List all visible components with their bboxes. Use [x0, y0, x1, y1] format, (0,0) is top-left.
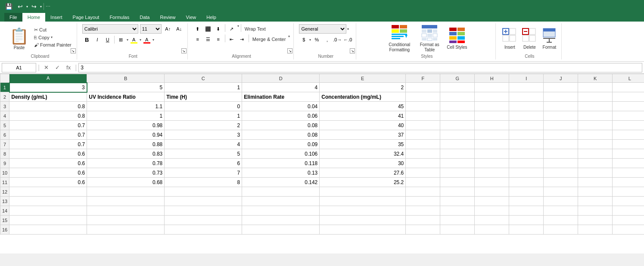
col-header-d[interactable]: D — [242, 74, 320, 83]
cell-b12[interactable] — [87, 187, 165, 197]
cell-f6[interactable] — [406, 130, 440, 140]
col-header-j[interactable]: J — [544, 74, 578, 83]
cell-c3[interactable]: 0 — [165, 102, 242, 111]
cell-reference-box[interactable] — [2, 63, 36, 72]
cell-g13[interactable] — [440, 197, 475, 206]
cell-e10[interactable]: 27.6 — [320, 168, 406, 178]
merge-center-button[interactable]: Merge & Center — [251, 34, 288, 44]
cell-b3[interactable]: 1.1 — [87, 102, 165, 111]
row-header-3[interactable]: 3 — [0, 102, 9, 111]
cell-styles-item[interactable]: Cell Styles — [447, 27, 467, 50]
alignment-expand-button[interactable]: ↘ — [287, 48, 292, 53]
cell-g4[interactable] — [440, 111, 475, 121]
cell-g8[interactable] — [440, 149, 475, 159]
cell-f15[interactable] — [406, 216, 440, 225]
cell-j13[interactable] — [544, 197, 578, 206]
italic-button[interactable]: I — [93, 35, 102, 44]
cell-k12[interactable] — [578, 187, 613, 197]
cell-c5[interactable]: 2 — [165, 121, 242, 130]
row-header-6[interactable]: 6 — [0, 130, 9, 140]
cell-b6[interactable]: 0.94 — [87, 130, 165, 140]
cell-k13[interactable] — [578, 197, 613, 206]
cell-j9[interactable] — [544, 159, 578, 168]
row-header-10[interactable]: 10 — [0, 168, 9, 178]
cell-d9[interactable]: 0.118 — [242, 159, 320, 168]
cell-l4[interactable] — [613, 111, 644, 121]
cell-i1[interactable] — [509, 83, 544, 92]
cell-l12[interactable] — [613, 187, 644, 197]
cell-c9[interactable]: 6 — [165, 159, 242, 168]
cell-f3[interactable] — [406, 102, 440, 111]
increase-font-size-button[interactable]: A↑ — [163, 24, 173, 34]
number-format-select[interactable]: General Number Currency Date — [299, 24, 346, 34]
cell-f16[interactable] — [406, 225, 440, 235]
wrap-text-button[interactable]: Wrap Text — [243, 24, 268, 34]
cell-f12[interactable] — [406, 187, 440, 197]
format-painter-button[interactable]: 🖌 Format Painter — [32, 41, 73, 48]
cell-e2[interactable]: Concenteration (mg/mL) — [320, 92, 406, 102]
cell-a10[interactable]: 0.6 — [9, 168, 87, 178]
cell-d2[interactable]: Elimination Rate — [242, 92, 320, 102]
cell-k10[interactable] — [578, 168, 613, 178]
cell-j8[interactable] — [544, 149, 578, 159]
cell-f8[interactable] — [406, 149, 440, 159]
cell-l7[interactable] — [613, 140, 644, 149]
cell-i4[interactable] — [509, 111, 544, 121]
cell-k4[interactable] — [578, 111, 613, 121]
cell-d11[interactable]: 0.142 — [242, 178, 320, 187]
row-header-4[interactable]: 4 — [0, 111, 9, 121]
cell-h5[interactable] — [475, 121, 509, 130]
col-header-l[interactable]: L — [613, 74, 644, 83]
cell-d3[interactable]: 0.04 — [242, 102, 320, 111]
text-orientation-button[interactable]: ↗ — [227, 24, 236, 34]
row-header-1[interactable]: 1 — [0, 83, 9, 92]
cell-h14[interactable] — [475, 206, 509, 216]
cell-k15[interactable] — [578, 216, 613, 225]
cell-b10[interactable]: 0.73 — [87, 168, 165, 178]
format-as-table-item[interactable]: Format as Table — [417, 24, 442, 53]
cell-l8[interactable] — [613, 149, 644, 159]
fill-color-button[interactable]: A — [129, 35, 139, 44]
save-button[interactable]: 💾 — [3, 2, 14, 11]
underline-button[interactable]: U — [103, 35, 112, 44]
cell-g7[interactable] — [440, 140, 475, 149]
cell-k2[interactable] — [578, 92, 613, 102]
cell-g2[interactable] — [440, 92, 475, 102]
cell-j4[interactable] — [544, 111, 578, 121]
cell-j5[interactable] — [544, 121, 578, 130]
cell-j14[interactable] — [544, 206, 578, 216]
format-item[interactable]: Format — [541, 27, 558, 50]
cell-b9[interactable]: 0.78 — [87, 159, 165, 168]
cell-h3[interactable] — [475, 102, 509, 111]
formula-input[interactable] — [78, 63, 642, 72]
align-bottom-button[interactable]: ⬇ — [214, 24, 223, 34]
cell-l9[interactable] — [613, 159, 644, 168]
row-header-5[interactable]: 5 — [0, 121, 9, 130]
font-color-button[interactable]: A — [142, 35, 152, 44]
cell-b15[interactable] — [87, 216, 165, 225]
cell-h1[interactable] — [475, 83, 509, 92]
col-header-b[interactable]: B — [87, 74, 165, 83]
cell-h10[interactable] — [475, 168, 509, 178]
cell-e12[interactable] — [320, 187, 406, 197]
cell-i5[interactable] — [509, 121, 544, 130]
tab-review[interactable]: Review — [155, 13, 180, 22]
cell-d8[interactable]: 0.106 — [242, 149, 320, 159]
cell-d12[interactable] — [242, 187, 320, 197]
cell-a15[interactable] — [9, 216, 87, 225]
tab-formulas[interactable]: Formulas — [104, 13, 134, 22]
cell-h11[interactable] — [475, 178, 509, 187]
cell-i13[interactable] — [509, 197, 544, 206]
conditional-formatting-item[interactable]: Conditional Formatting — [386, 24, 412, 53]
cell-h12[interactable] — [475, 187, 509, 197]
cell-k7[interactable] — [578, 140, 613, 149]
cell-b5[interactable]: 0.98 — [87, 121, 165, 130]
cell-l5[interactable] — [613, 121, 644, 130]
cell-k14[interactable] — [578, 206, 613, 216]
cell-b14[interactable] — [87, 206, 165, 216]
cell-k6[interactable] — [578, 130, 613, 140]
cell-k16[interactable] — [578, 225, 613, 235]
cell-c14[interactable] — [165, 206, 242, 216]
font-expand-button[interactable]: ↘ — [181, 48, 187, 53]
cell-d4[interactable]: 0.06 — [242, 111, 320, 121]
